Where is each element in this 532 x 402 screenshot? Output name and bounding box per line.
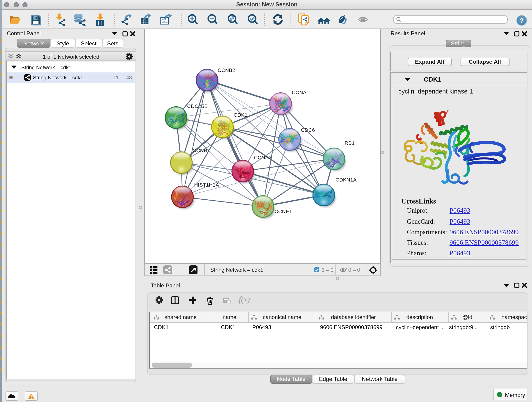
svg-text:CCNB1: CCNB1 — [192, 147, 210, 153]
svg-text:HIST1H1A: HIST1H1A — [194, 182, 219, 187]
svg-text:CCNE1: CCNE1 — [274, 208, 292, 214]
svg-text:CCNA1: CCNA1 — [291, 89, 309, 95]
svg-text:CDK1: CDK1 — [234, 112, 247, 118]
svg-text:CDC6: CDC6 — [301, 127, 315, 133]
svg-text:CCNB2: CCNB2 — [217, 67, 235, 73]
svg-text:CCNA2: CCNA2 — [254, 154, 271, 160]
svg-text:RB1: RB1 — [344, 140, 355, 146]
svg-text:CDKN1A: CDKN1A — [335, 177, 356, 182]
svg-text:CDC25B: CDC25B — [187, 103, 208, 109]
